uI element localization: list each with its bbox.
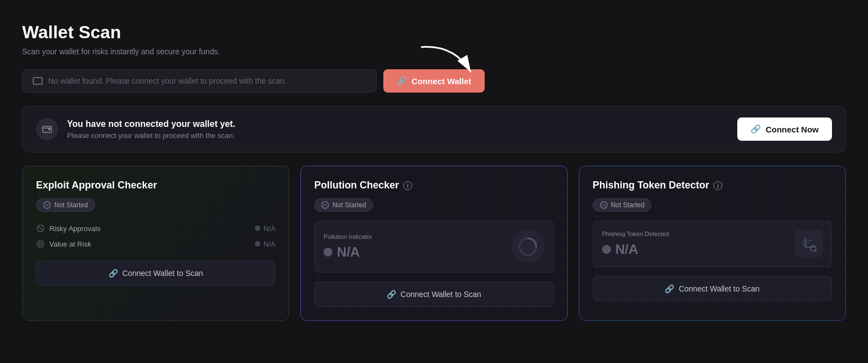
phishing-status-badge: Not Started xyxy=(593,198,652,212)
phishing-scan-label: Connect Wallet to Scan xyxy=(679,284,759,293)
connect-wallet-label: Connect Wallet xyxy=(412,76,471,86)
value-at-risk-label: Value at Risk xyxy=(36,239,91,248)
phishing-na-text: N/A xyxy=(615,242,638,257)
pollution-status-badge: Not Started xyxy=(314,198,373,212)
value-at-risk-metric: Value at Risk N/A xyxy=(36,236,275,252)
exploit-card-title: Exploit Approval Checker xyxy=(36,180,275,191)
risky-approvals-label: Risky Approvals xyxy=(36,224,100,233)
phishing-indicator-label: Phishing Token Detected xyxy=(602,231,670,237)
link-icon: 🔗 xyxy=(397,76,407,86)
value-at-risk-text: Value at Risk xyxy=(49,240,91,248)
wallet-icon xyxy=(33,77,43,85)
notice-title: You have not connected your wallet yet. xyxy=(67,119,728,129)
value-na-dot xyxy=(255,241,260,247)
notice-text-block: You have not connected your wallet yet. … xyxy=(67,119,728,140)
value-at-risk-icon xyxy=(36,239,45,248)
exploit-scan-label: Connect Wallet to Scan xyxy=(122,269,203,278)
exploit-status-badge: Not Started xyxy=(36,198,95,212)
page-subtitle: Scan your wallet for risks instantly and… xyxy=(22,47,846,56)
phishing-scan-link-icon: 🔗 xyxy=(665,284,674,293)
pollution-connect-scan-button[interactable]: 🔗 Connect Wallet to Scan xyxy=(314,282,553,307)
phishing-indicator-box: Phishing Token Detected N/A xyxy=(593,221,832,267)
pollution-title-text: Pollution Checker xyxy=(314,180,399,191)
page-title: Wallet Scan xyxy=(22,22,846,43)
risky-approvals-text: Risky Approvals xyxy=(49,224,100,233)
risky-approvals-icon xyxy=(36,224,45,233)
risky-approvals-na: N/A xyxy=(264,224,276,233)
notice-subtitle: Please connect your wallet to proceed wi… xyxy=(67,131,728,140)
page-container: Wallet Scan Scan your wallet for risks i… xyxy=(22,22,846,321)
pollution-scan-link-icon: 🔗 xyxy=(387,290,396,299)
svg-rect-2 xyxy=(48,129,50,130)
connect-now-label: Connect Now xyxy=(766,125,819,134)
risky-approvals-metric: Risky Approvals N/A xyxy=(36,221,275,236)
phishing-status-dot xyxy=(600,201,608,209)
connect-now-button[interactable]: 🔗 Connect Now xyxy=(737,117,832,141)
phishing-na-value: N/A xyxy=(602,242,670,257)
phishing-status-label: Not Started xyxy=(611,201,645,209)
wallet-placeholder-text: No wallet found. Please connect your wal… xyxy=(48,76,286,85)
pollution-indicator-content: Pollution Indicator N/A xyxy=(323,233,372,260)
phishing-connect-scan-button[interactable]: 🔗 Connect Wallet to Scan xyxy=(593,276,832,301)
risky-approvals-value: N/A xyxy=(255,224,276,233)
pollution-chart-icon xyxy=(511,230,545,263)
pollution-card: Pollution Checker i Not Started Pollutio… xyxy=(300,166,567,321)
connect-wallet-button[interactable]: 🔗 Connect Wallet xyxy=(383,69,485,93)
value-at-risk-na: N/A xyxy=(264,240,276,248)
phishing-scan-icon xyxy=(795,230,823,258)
svg-point-5 xyxy=(37,241,44,247)
risky-na-dot xyxy=(255,226,260,231)
cards-grid: Exploit Approval Checker Not Started xyxy=(22,166,846,321)
wallet-bar: No wallet found. Please connect your wal… xyxy=(22,69,846,93)
pollution-na-text: N/A xyxy=(337,244,359,260)
pollution-scan-label: Connect Wallet to Scan xyxy=(400,290,481,299)
phishing-card: Phishing Token Detector i Not Started Ph… xyxy=(579,166,846,321)
phishing-na-dot xyxy=(602,245,611,254)
pollution-info-icon[interactable]: i xyxy=(403,181,412,190)
exploit-scan-link-icon: 🔗 xyxy=(109,269,118,278)
svg-line-4 xyxy=(39,227,42,230)
phishing-card-title: Phishing Token Detector i xyxy=(593,180,832,191)
pollution-status-dot xyxy=(321,201,329,209)
wallet-notice-icon xyxy=(42,124,53,135)
pollution-na-value: N/A xyxy=(323,244,372,260)
svg-point-6 xyxy=(39,243,42,246)
wallet-notice-banner: You have not connected your wallet yet. … xyxy=(22,106,846,152)
exploit-connect-scan-button[interactable]: 🔗 Connect Wallet to Scan xyxy=(36,260,275,286)
wallet-input-box: No wallet found. Please connect your wal… xyxy=(22,69,377,93)
svg-line-9 xyxy=(815,250,817,252)
exploit-title-text: Exploit Approval Checker xyxy=(36,180,157,191)
exploit-metrics-list: Risky Approvals N/A xyxy=(36,221,275,252)
notice-icon xyxy=(36,118,58,140)
exploit-status-label: Not Started xyxy=(54,201,88,209)
pollution-indicator-box: Pollution Indicator N/A xyxy=(314,221,553,273)
phishing-indicator-content: Phishing Token Detected N/A xyxy=(602,231,670,257)
value-at-risk-value: N/A xyxy=(255,240,276,248)
phishing-info-icon[interactable]: i xyxy=(713,181,722,190)
pollution-indicator-label: Pollution Indicator xyxy=(323,233,372,240)
exploit-card: Exploit Approval Checker Not Started xyxy=(22,166,289,321)
phishing-title-text: Phishing Token Detector xyxy=(593,180,710,191)
pollution-na-dot xyxy=(323,248,332,257)
pollution-card-title: Pollution Checker i xyxy=(314,180,553,191)
exploit-status-dot xyxy=(43,201,51,209)
pollution-status-label: Not Started xyxy=(332,201,366,209)
connect-now-link-icon: 🔗 xyxy=(751,124,761,134)
